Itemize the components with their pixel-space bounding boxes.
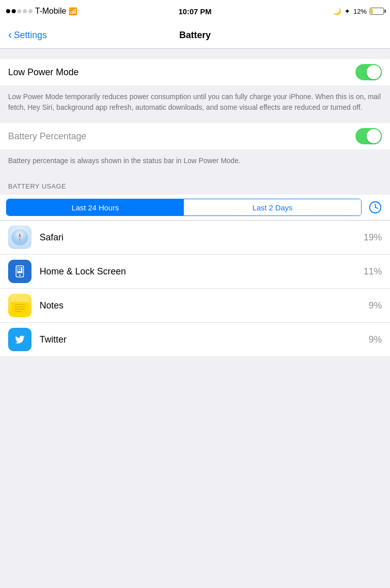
bluetooth-icon: ✦	[344, 7, 350, 15]
homescreen-app-name: Home & Lock Screen	[40, 266, 364, 277]
segment-last2days[interactable]: Last 2 Days	[184, 199, 361, 215]
battery-percentage-toggle[interactable]	[355, 128, 382, 144]
svg-line-2	[375, 207, 378, 208]
status-time: 10:07 PM	[178, 7, 211, 16]
page-title: Battery	[179, 30, 211, 41]
twitter-icon-svg	[11, 331, 28, 348]
clock-icon	[369, 201, 382, 214]
safari-app-icon	[8, 226, 31, 249]
clock-button[interactable]	[367, 199, 384, 216]
low-power-mode-label: Low Power Mode	[8, 67, 79, 78]
svg-rect-13	[18, 269, 19, 271]
svg-rect-11	[18, 268, 19, 269]
signal-dot-4	[23, 9, 27, 13]
back-label: Settings	[14, 30, 47, 41]
wifi-icon: 📶	[69, 7, 77, 15]
low-power-mode-description-block: Low Power Mode temporarily reduces power…	[0, 85, 390, 121]
low-power-mode-description: Low Power Mode temporarily reduces power…	[8, 92, 381, 111]
moon-icon: 🌙	[333, 8, 341, 15]
safari-app-percent: 19%	[364, 232, 382, 243]
battery-pct-toggle-knob	[367, 129, 381, 143]
svg-rect-12	[19, 268, 21, 269]
safari-icon-svg	[11, 229, 28, 246]
notes-app-percent: 9%	[369, 300, 382, 311]
signal-dots	[6, 9, 32, 13]
signal-dot-3	[17, 9, 21, 13]
app-row-homescreen[interactable]: Home & Lock Screen 11%	[0, 255, 390, 289]
segment-last24h[interactable]: Last 24 Hours	[7, 199, 184, 215]
twitter-app-name: Twitter	[40, 334, 369, 345]
battery-percentage-description: Battery percentage is always shown in th…	[8, 157, 241, 165]
battery-usage-header-text: BATTERY USAGE	[8, 182, 66, 190]
notes-app-name: Notes	[40, 300, 369, 311]
homescreen-app-percent: 11%	[364, 266, 382, 277]
twitter-app-percent: 9%	[369, 334, 382, 345]
section-gap-top	[0, 49, 390, 59]
battery-icon	[370, 8, 384, 15]
app-row-twitter[interactable]: Twitter 9%	[0, 323, 390, 356]
low-power-mode-cell: Low Power Mode	[0, 59, 390, 85]
segment-row: Last 24 Hours Last 2 Days	[0, 195, 390, 221]
battery-usage-header: BATTERY USAGE	[0, 174, 390, 195]
svg-rect-14	[19, 269, 21, 271]
battery-percentage-description-block: Battery percentage is always shown in th…	[0, 149, 390, 174]
svg-point-3	[12, 229, 28, 246]
homescreen-icon-svg	[11, 263, 28, 280]
battery-percentage-cell: Battery Percentage	[0, 123, 390, 149]
toggle-knob	[367, 65, 381, 79]
signal-dot-2	[12, 9, 16, 13]
homescreen-app-icon	[8, 260, 31, 283]
notes-icon-svg	[11, 297, 28, 314]
notes-app-icon	[8, 294, 31, 317]
app-row-notes[interactable]: Notes 9%	[0, 289, 390, 323]
svg-rect-17	[11, 297, 28, 302]
app-list: Safari 19% Home & Lock Screen 11%	[0, 221, 390, 356]
battery-percentage-label: Battery Percentage	[8, 131, 86, 142]
twitter-app-icon	[8, 328, 31, 351]
nav-bar: ‹ Settings Battery	[0, 22, 390, 49]
signal-dot-5	[28, 9, 32, 13]
battery-fill	[371, 9, 373, 14]
battery-percent-text: 12%	[353, 8, 367, 15]
status-right: 🌙 ✦ 12%	[333, 7, 384, 15]
status-bar: T-Mobile 📶 10:07 PM 🌙 ✦ 12%	[0, 0, 390, 22]
carrier-name: T-Mobile	[35, 7, 66, 16]
svg-point-10	[19, 274, 21, 276]
back-button[interactable]: ‹ Settings	[8, 29, 47, 42]
battery-percentage-section: Battery Percentage	[0, 123, 390, 149]
app-row-safari[interactable]: Safari 19%	[0, 221, 390, 255]
status-left: T-Mobile 📶	[6, 7, 77, 16]
segment-control[interactable]: Last 24 Hours Last 2 Days	[6, 199, 362, 216]
bottom-fill	[0, 356, 390, 382]
safari-app-name: Safari	[40, 232, 364, 243]
signal-dot-1	[6, 9, 10, 13]
back-arrow-icon: ‹	[8, 28, 12, 42]
low-power-mode-section: Low Power Mode	[0, 59, 390, 85]
low-power-mode-toggle[interactable]	[355, 64, 382, 80]
